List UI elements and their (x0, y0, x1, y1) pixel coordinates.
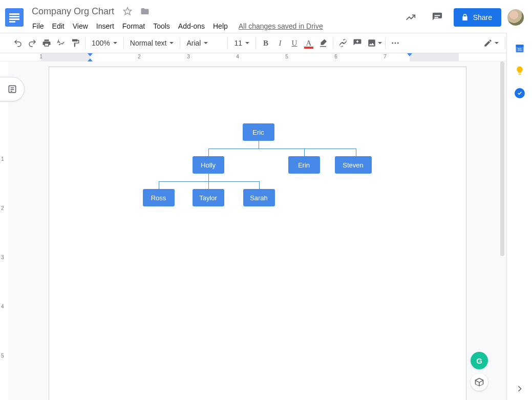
font-size-select[interactable]: 11 (231, 36, 252, 50)
paragraph-style-value: Normal text (130, 39, 167, 47)
star-icon[interactable] (120, 4, 135, 18)
document-page[interactable]: Eric Holly Erin Steven (49, 67, 466, 400)
menu-insert[interactable]: Insert (93, 20, 118, 32)
print-button[interactable] (40, 36, 53, 50)
insert-image-button[interactable] (365, 36, 382, 50)
zoom-value: 100% (92, 39, 110, 47)
scrollbar[interactable] (500, 61, 504, 256)
org-connector (159, 181, 159, 189)
org-node-label: Taylor (199, 194, 217, 202)
highlight-color-button[interactable] (316, 36, 330, 50)
more-button[interactable] (389, 36, 402, 50)
text-color-button[interactable]: A (302, 36, 315, 50)
org-node[interactable]: Ross (143, 189, 175, 206)
paint-format-button[interactable] (69, 36, 82, 50)
tasks-icon[interactable] (515, 88, 525, 98)
ruler-number: 5 (285, 54, 288, 59)
menu-format[interactable]: Format (119, 20, 148, 32)
spellcheck-button[interactable] (54, 36, 68, 50)
paragraph-style-select[interactable]: Normal text (127, 36, 177, 50)
title-area: Company Org Chart File Edit View Insert … (25, 4, 400, 33)
font-family-value: Arial (186, 39, 201, 47)
redo-button[interactable] (26, 36, 39, 50)
separator (180, 37, 180, 49)
account-avatar[interactable] (507, 9, 524, 26)
org-connector (208, 149, 209, 156)
svg-text:31: 31 (517, 47, 521, 52)
menu-view[interactable]: View (69, 20, 92, 32)
docs-logo-icon (5, 8, 24, 27)
ruler-number: 3 (187, 54, 190, 59)
undo-button[interactable] (11, 36, 25, 50)
font-size-value: 11 (234, 39, 242, 47)
menu-edit[interactable]: Edit (49, 20, 68, 32)
chevron-down-icon (204, 42, 208, 44)
grammarly-button[interactable]: G (471, 352, 488, 369)
right-indent-marker[interactable] (407, 53, 412, 56)
org-node-label: Sarah (250, 194, 268, 202)
org-node[interactable]: Steven (335, 156, 372, 174)
insert-comment-button[interactable] (351, 36, 364, 50)
header-right: Share (400, 4, 528, 28)
menu-file[interactable]: File (29, 20, 48, 32)
ruler-number: 6 (334, 54, 337, 59)
vertical-ruler[interactable]: 1 2 3 4 5 (0, 61, 8, 400)
separator (227, 37, 228, 49)
color-indicator (304, 47, 313, 49)
org-node-label: Eric (252, 129, 264, 136)
bold-button[interactable]: B (259, 36, 272, 50)
first-line-indent-marker[interactable] (88, 53, 93, 56)
underline-button[interactable]: U (288, 36, 301, 50)
ruler-number: 4 (236, 54, 239, 59)
org-node[interactable]: Holly (193, 156, 224, 174)
org-connector (159, 181, 259, 182)
menu-addons[interactable]: Add-ons (175, 20, 208, 32)
save-status[interactable]: All changes saved in Drive (239, 22, 323, 30)
workspace: 1 2 3 4 5 6 7 1 2 3 4 5 Eric (0, 53, 506, 400)
svg-marker-0 (124, 8, 132, 15)
grammarly-icon: G (476, 356, 482, 365)
ruler-number: 1 (39, 54, 42, 59)
svg-rect-11 (516, 45, 523, 47)
separator (85, 37, 86, 49)
separator (333, 37, 333, 49)
explore-button[interactable] (471, 373, 488, 391)
chevron-down-icon (378, 42, 382, 44)
insert-link-button[interactable] (336, 36, 350, 50)
editing-mode-button[interactable] (481, 36, 501, 50)
menubar: File Edit View Insert Format Tools Add-o… (29, 18, 400, 33)
calendar-icon[interactable]: 31 (515, 43, 525, 53)
font-family-select[interactable]: Arial (183, 36, 224, 50)
ruler-number: 2 (138, 54, 141, 59)
zoom-select[interactable]: 100% (89, 36, 120, 50)
org-node-root[interactable]: Eric (243, 123, 274, 141)
chevron-down-icon (245, 42, 249, 44)
menu-tools[interactable]: Tools (150, 20, 174, 32)
org-node[interactable]: Sarah (243, 189, 275, 206)
toolbar: 100% Normal text Arial 11 B I U A (0, 33, 532, 53)
separator (256, 37, 256, 49)
org-node-label: Holly (201, 161, 216, 169)
italic-button[interactable]: I (273, 36, 287, 50)
org-node-label: Erin (298, 161, 310, 169)
svg-rect-2 (434, 17, 438, 18)
menu-help[interactable]: Help (209, 20, 231, 32)
svg-point-5 (397, 43, 399, 44)
lock-icon (461, 13, 469, 22)
share-label: Share (473, 13, 492, 22)
outline-toggle-button[interactable] (0, 77, 25, 101)
docs-logo[interactable] (4, 4, 25, 31)
side-panel-expand-button[interactable] (507, 384, 533, 394)
activity-icon[interactable] (400, 7, 421, 28)
org-connector (208, 181, 209, 189)
horizontal-ruler[interactable]: 1 2 3 4 5 6 7 (0, 53, 506, 61)
move-folder-icon[interactable] (138, 4, 152, 18)
org-node[interactable]: Taylor (193, 189, 224, 206)
org-node[interactable]: Erin (288, 156, 320, 174)
comments-icon[interactable] (427, 7, 448, 28)
page-scroll-area[interactable]: Eric Holly Erin Steven (8, 61, 506, 400)
org-node-label: Ross (151, 194, 166, 202)
keep-icon[interactable] (515, 66, 525, 76)
document-title[interactable]: Company Org Chart (29, 5, 117, 18)
share-button[interactable]: Share (454, 8, 501, 27)
